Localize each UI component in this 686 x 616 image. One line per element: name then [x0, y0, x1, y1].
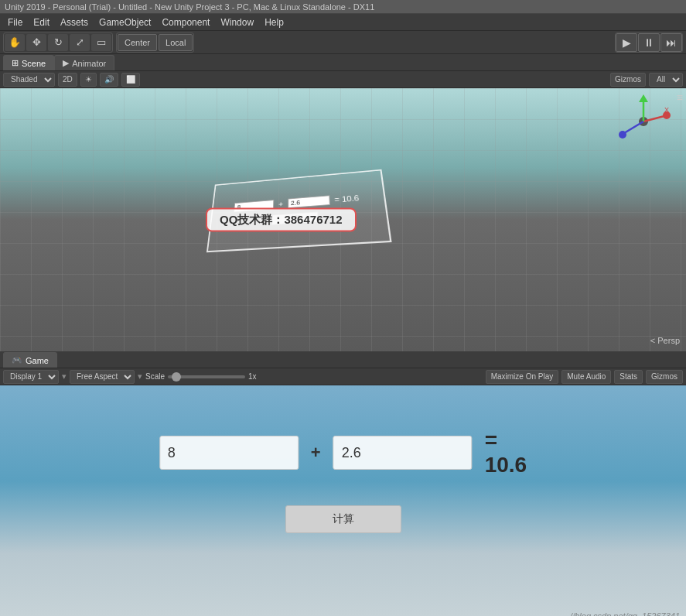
gizmo-z-axis — [624, 121, 643, 133]
tab-animator[interactable]: ▶ Animator — [54, 55, 114, 70]
audio-btn[interactable]: 🔊 — [100, 73, 118, 87]
game-content: + = 10.6 计算 //blog.csdn.net/qq_15267341 — [0, 385, 686, 616]
effects-btn[interactable]: ⬜ — [121, 73, 140, 87]
scene-tab-label: Scene — [22, 59, 46, 68]
title-text: Unity 2019 - Personal (Trial) - Untitled… — [5, 2, 374, 12]
scale-slider[interactable] — [168, 375, 245, 378]
play-btn[interactable]: ▶ — [616, 33, 637, 52]
hand-tool-btn[interactable]: ✋ — [5, 34, 25, 51]
animator-tab-icon: ▶ — [63, 58, 69, 68]
game-tab-label: Game — [26, 356, 49, 365]
local-btn[interactable]: Local — [159, 34, 193, 51]
gizmo-z-handle — [619, 131, 626, 139]
menu-bar: File Edit Assets GameObject Component Wi… — [0, 14, 686, 31]
menu-help[interactable]: Help — [260, 15, 288, 29]
lighting-btn[interactable]: ☀ — [80, 73, 97, 87]
scene-toolbar: Shaded 2D ☀ 🔊 ⬜ Gizmos All — [0, 71, 686, 88]
aspect-arrow: ▾ — [138, 371, 142, 382]
aspect-select[interactable]: Free Aspect — [70, 370, 135, 384]
play-controls-group: ▶ ⏸ ⏭ — [615, 33, 683, 53]
calc-btn-row: 计算 — [285, 505, 401, 533]
scene-tab-bar: ⊞ Scene ▶ Animator — [0, 54, 686, 71]
scene-result: = 10.6 — [335, 193, 360, 204]
scene-input2: 2.6 — [288, 196, 330, 209]
stats-btn[interactable]: Stats — [614, 370, 643, 384]
qq-text: QQ技术群：386476712 — [220, 213, 342, 226]
menu-assets[interactable]: Assets — [56, 15, 93, 29]
twod-btn[interactable]: 2D — [58, 73, 77, 87]
move-tool-btn[interactable]: ✥ — [26, 34, 46, 51]
gizmos-game-btn[interactable]: Gizmos — [646, 370, 683, 384]
tab-game[interactable]: 🎮 Game — [3, 352, 57, 368]
scene-view: 8 + 2.6 = 10.6 计算 QQ技术群：386476712 X < Pe… — [0, 88, 686, 351]
menu-gameobject[interactable]: GameObject — [94, 15, 155, 29]
game-panel: + = 10.6 计算 //blog.csdn.net/qq_15267341 — [0, 385, 686, 616]
pause-btn[interactable]: ⏸ — [638, 33, 660, 52]
calc-button[interactable]: 计算 — [285, 505, 401, 533]
scene-tab-icon: ⊞ — [12, 58, 19, 68]
tab-scene[interactable]: ⊞ Scene — [3, 55, 54, 70]
menu-component[interactable]: Component — [157, 15, 214, 29]
menu-file[interactable]: File — [3, 15, 27, 29]
game-tab-icon: 🎮 — [12, 355, 22, 365]
animator-tab-label: Animator — [72, 59, 106, 68]
menu-window[interactable]: Window — [216, 15, 258, 29]
gizmo: X — [616, 94, 671, 149]
gizmo-y-handle — [639, 94, 648, 102]
all-select[interactable]: All — [649, 73, 683, 87]
calc-result-display: = 10.6 — [485, 428, 527, 477]
step-btn[interactable]: ⏭ — [660, 33, 682, 52]
main-toolbar: ✋ ✥ ↻ ⤢ ▭ Center Local ▶ ⏸ ⏭ — [0, 31, 686, 54]
scene-menu-dots[interactable]: ≡ — [677, 91, 683, 104]
qq-badge: QQ技术群：386476712 — [206, 208, 356, 232]
calc-plus-sign: + — [311, 443, 321, 463]
rotate-tool-btn[interactable]: ↻ — [48, 34, 68, 51]
gizmos-btn[interactable]: Gizmos — [610, 73, 646, 87]
rect-tool-btn[interactable]: ▭ — [91, 34, 111, 51]
maximize-on-play-btn[interactable]: Maximize On Play — [486, 370, 559, 384]
center-btn[interactable]: Center — [118, 34, 157, 51]
menu-edit[interactable]: Edit — [29, 15, 54, 29]
scale-handle — [172, 372, 181, 382]
scale-value: 1x — [248, 372, 257, 381]
calc-input2[interactable] — [333, 436, 473, 470]
blog-watermark: //blog.csdn.net/qq_15267341 — [570, 611, 680, 616]
transform-tools-group: ✋ ✥ ↻ ⤢ ▭ — [3, 33, 113, 53]
persp-label: < Persp — [650, 336, 680, 345]
mute-audio-btn[interactable]: Mute Audio — [561, 370, 611, 384]
game-tab-bar: 🎮 Game — [0, 351, 686, 368]
pivot-group: Center Local — [116, 33, 194, 53]
gizmo-x-label: X — [664, 106, 669, 114]
game-toolbar: Display 1 ▾ Free Aspect ▾ Scale 1x Maxim… — [0, 368, 686, 385]
scale-tool-btn[interactable]: ⤢ — [70, 34, 90, 51]
scale-label: Scale — [145, 372, 165, 381]
display-select[interactable]: Display 1 — [3, 370, 59, 384]
display-arrow: ▾ — [62, 371, 67, 382]
calc-input1[interactable] — [159, 436, 299, 470]
shaded-select[interactable]: Shaded — [3, 73, 55, 87]
title-bar: Unity 2019 - Personal (Trial) - Untitled… — [0, 0, 686, 14]
calculator-ui: + = 10.6 — [159, 428, 527, 477]
